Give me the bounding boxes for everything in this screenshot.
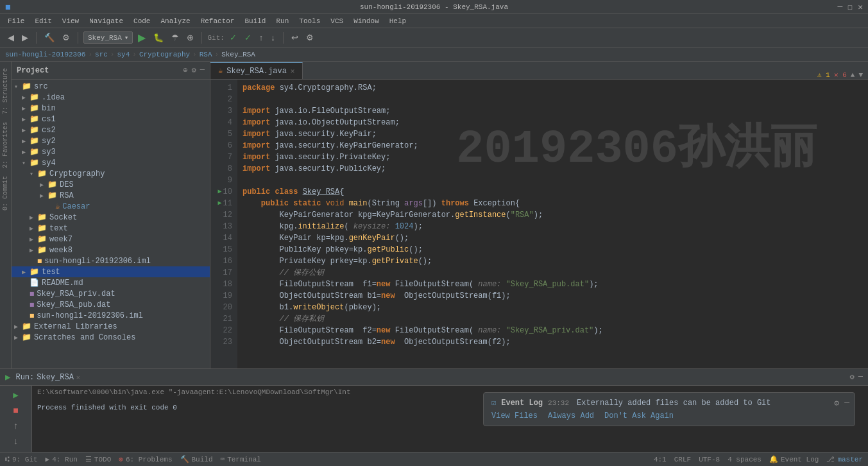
status-todo[interactable]: ☰ TODO (85, 455, 111, 463)
vtab-commit[interactable]: 0: Commit (1, 172, 10, 214)
run-scroll-bottom-button[interactable]: ↓ (12, 435, 19, 448)
tree-src[interactable]: ▾ 📁 src (12, 81, 210, 92)
status-line-ending[interactable]: CRLF (674, 456, 691, 463)
status-problems[interactable]: ⊗ 6: Problems (119, 455, 172, 463)
run-config-dropdown[interactable]: Skey_RSA ▾ (83, 31, 133, 44)
rebuild-button[interactable]: ⚙ (60, 31, 72, 44)
coverage-button[interactable]: ☂ (169, 31, 182, 44)
run-minimize-icon[interactable]: — (858, 372, 863, 382)
tree-rsa[interactable]: ▶ 📁 RSA (12, 190, 210, 201)
status-position[interactable]: 4:1 (654, 456, 667, 463)
window-controls[interactable]: — ☐ ✕ (838, 2, 863, 12)
vtab-favorites[interactable]: 2: Favorites (1, 118, 10, 172)
collapse-icon[interactable]: ▼ (858, 71, 863, 79)
breadcrumb-project[interactable]: sun-hongli-20192306 (5, 51, 85, 58)
tab-close-icon[interactable]: ✕ (291, 67, 295, 75)
tree-week7[interactable]: ▶ 📁 week7 (12, 234, 210, 245)
menu-navigate[interactable]: Navigate (84, 16, 128, 26)
tree-cs1[interactable]: ▶ 📁 cs1 (12, 114, 210, 125)
status-indent[interactable]: 4 spaces (728, 456, 762, 463)
tree-idea[interactable]: ▶ 📁 .idea (12, 92, 210, 103)
tree-cs2[interactable]: ▶ 📁 cs2 (12, 125, 210, 135)
status-branch[interactable]: ⎇ master (826, 455, 863, 463)
menu-tools[interactable]: Tools (294, 16, 325, 26)
sidebar-minimize-icon[interactable]: — (200, 65, 205, 75)
menu-run[interactable]: Run (271, 16, 294, 26)
tree-iml-root[interactable]: ◼ sun-hongli-20192306.iml (12, 310, 210, 321)
build-button[interactable]: 🔨 (42, 31, 57, 44)
settings-button[interactable]: ⚙ (303, 31, 316, 44)
close-icon[interactable]: — (844, 398, 849, 408)
back-button[interactable]: ◀ (5, 31, 17, 44)
breadcrumb-rsa[interactable]: RSA (200, 51, 212, 58)
profile-button[interactable]: ⊕ (184, 31, 196, 44)
git-pull-button[interactable]: ↓ (268, 31, 278, 44)
tree-scratches[interactable]: ▶ 📁 Scratches and Consoles (12, 332, 210, 343)
tree-test[interactable]: ▶ 📁 test (12, 266, 210, 277)
git-push-button[interactable]: ↑ (257, 31, 266, 44)
minimize-button[interactable]: — (838, 2, 843, 12)
breadcrumb-src[interactable]: src (95, 51, 108, 58)
breadcrumb-sy4[interactable]: sy4 (117, 51, 130, 58)
close-button[interactable]: ✕ (858, 2, 863, 12)
run-icon[interactable]: ▶ (5, 372, 10, 383)
run-play-button[interactable]: ▶ (12, 388, 19, 402)
menu-code[interactable]: Code (128, 16, 155, 26)
run-scroll-top-button[interactable]: ↑ (12, 420, 19, 433)
status-git[interactable]: ⑆ 9: Git (5, 456, 38, 463)
notif-action-always-add[interactable]: Always Add (548, 411, 594, 420)
tree-cryptography[interactable]: ▾ 📁 Cryptography (12, 168, 210, 179)
run-tab-close[interactable]: ✕ (76, 374, 80, 381)
git-check-button[interactable]: ✓ (227, 31, 239, 44)
tree-external-libs[interactable]: ▶ 📁 External Libraries (12, 321, 210, 332)
menu-edit[interactable]: Edit (30, 16, 56, 26)
menu-view[interactable]: View (57, 16, 84, 26)
breadcrumb-cryptography[interactable]: Cryptography (139, 51, 190, 58)
expand-icon[interactable]: ▲ (851, 71, 855, 79)
tree-readme[interactable]: 📄 README.md (12, 277, 210, 288)
tree-sy4[interactable]: ▾ 📁 sy4 (12, 157, 210, 168)
forward-button[interactable]: ▶ (19, 31, 31, 44)
menu-analyze[interactable]: Analyze (155, 16, 195, 26)
run-settings-icon[interactable]: ⚙ (850, 372, 855, 382)
tree-des[interactable]: ▶ 📁 DES (12, 179, 210, 190)
tree-iml-sy4[interactable]: ◼ sun-hongli-20192306.iml (12, 255, 210, 266)
tree-sy3[interactable]: ▶ 📁 sy3 (12, 146, 210, 157)
tree-text[interactable]: ▶ 📁 text (12, 223, 210, 234)
menu-file[interactable]: File (3, 16, 30, 26)
debug-button[interactable]: 🐛 (151, 31, 166, 44)
run-filter-button[interactable]: ☰ (10, 451, 21, 452)
code-editor[interactable]: 20192306孙洪丽 package sy4.Cryptography.RSA… (237, 80, 868, 368)
git-check2-button[interactable]: ✓ (242, 31, 254, 44)
status-build[interactable]: 🔨 Build (180, 455, 213, 463)
run-stop-button[interactable]: ■ (12, 404, 19, 417)
menu-build[interactable]: Build (239, 16, 271, 26)
run-button[interactable]: ▶ (135, 30, 148, 45)
run-console[interactable]: E:\Ksoftware\0000\bin\java.exe "-javaage… (32, 386, 868, 452)
sidebar-add-icon[interactable]: ⊕ (183, 65, 187, 75)
menu-vcs[interactable]: VCS (325, 16, 348, 26)
sidebar-settings-icon[interactable]: ⚙ (192, 65, 196, 75)
tree-week8[interactable]: ▶ 📁 week8 (12, 245, 210, 255)
status-encoding[interactable]: UTF-8 (699, 456, 720, 463)
menu-window[interactable]: Window (348, 16, 384, 26)
notif-action-view-files[interactable]: View Files (491, 411, 538, 420)
tab-skey-rsa[interactable]: ☕ Skey_RSA.java ✕ (210, 62, 303, 79)
tree-socket[interactable]: ▶ 📁 Socket (12, 212, 210, 223)
notif-action-dont-ask[interactable]: Don't Ask Again (604, 411, 674, 420)
menu-refactor[interactable]: Refactor (196, 16, 240, 26)
menu-help[interactable]: Help (384, 16, 411, 26)
status-run[interactable]: ▶ 4: Run (46, 455, 78, 463)
status-event-log[interactable]: 🔔 Event Log (769, 455, 819, 463)
tree-bin[interactable]: ▶ 📁 bin (12, 103, 210, 114)
run-tab[interactable]: Run: Skey_RSA ✕ (15, 373, 80, 382)
tree-pub-dat[interactable]: ◼ Skey_RSA_pub.dat (12, 299, 210, 310)
status-terminal[interactable]: ⌨ Terminal (221, 455, 261, 463)
tree-caesar[interactable]: ☕ Caesar (12, 201, 210, 212)
undo-button[interactable]: ↩ (289, 31, 301, 44)
tree-sy2[interactable]: ▶ 📁 sy2 (12, 135, 210, 146)
settings-icon[interactable]: ⚙ (834, 398, 839, 408)
vtab-structure[interactable]: 7: Structure (1, 64, 10, 118)
tree-priv-dat[interactable]: ◼ Skey_RSA_priv.dat (12, 288, 210, 299)
maximize-button[interactable]: ☐ (847, 2, 853, 12)
